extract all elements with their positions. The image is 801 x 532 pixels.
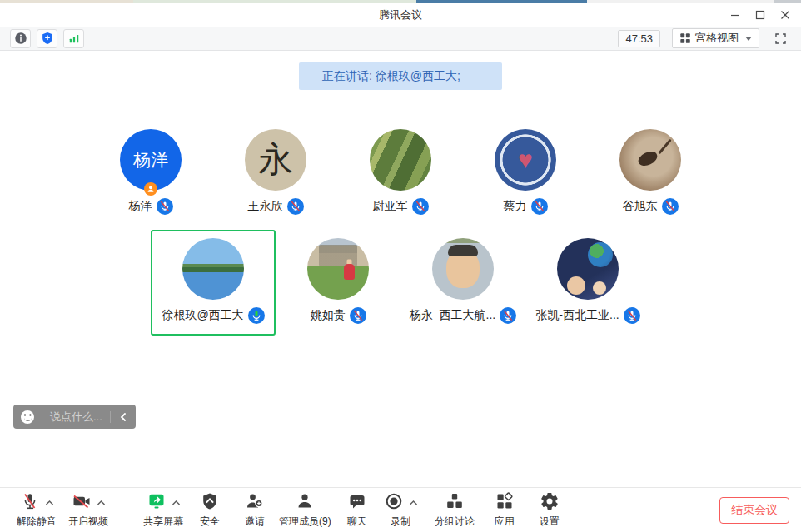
mic-muted-icon	[157, 198, 173, 215]
participant-tile-active-speaker[interactable]: 徐根玖@西工大	[151, 230, 276, 336]
fullscreen-button[interactable]	[769, 28, 791, 48]
emoji-icon[interactable]	[21, 410, 34, 424]
tool-invite[interactable]: 邀请	[240, 490, 270, 531]
participant-name: 徐根玖@西工大	[162, 308, 243, 323]
camera-off-icon	[72, 491, 92, 515]
chevron-up-icon[interactable]	[409, 500, 418, 506]
settings-gear-icon	[540, 491, 560, 515]
meeting-info-button[interactable]	[10, 29, 31, 48]
window-title: 腾讯会议	[379, 7, 422, 22]
meeting-stage: 正在讲话: 徐根玖@西工大; 杨洋杨洋永王永欣尉亚军蔡力谷旭东徐根玖@西工大姚如…	[0, 51, 801, 487]
mic-muted-icon	[287, 198, 304, 215]
mic-muted-icon	[350, 307, 366, 324]
mic-muted-icon	[624, 307, 640, 324]
tool-label: 分组讨论	[435, 515, 475, 529]
participant-avatar: 永	[245, 129, 306, 191]
participant-avatar	[370, 129, 431, 191]
tool-label: 解除静音	[17, 515, 57, 529]
tool-label: 聊天	[347, 515, 367, 529]
bottom-toolbar: 解除静音开启视频共享屏幕安全邀请管理成员(9)聊天录制分组讨论应用设置 结束会议	[0, 487, 801, 532]
participant-name: 尉亚军	[373, 199, 408, 214]
participant-tile[interactable]: 永王永欣	[213, 121, 338, 226]
network-signal-icon	[67, 31, 82, 46]
tool-unmute[interactable]: 解除静音	[12, 490, 62, 531]
tool-apps[interactable]: 应用	[490, 490, 520, 531]
close-icon	[779, 9, 791, 21]
quick-chat-bar[interactable]: 说点什么...	[13, 405, 136, 429]
participant-tile[interactable]: 杨洋杨洋	[88, 121, 213, 226]
meeting-timer: 47:53	[618, 30, 660, 47]
mic-muted-icon	[662, 198, 679, 215]
tool-security[interactable]: 安全	[195, 490, 225, 531]
mic-muted-icon	[531, 198, 548, 215]
mic-muted-icon	[500, 307, 516, 324]
network-status-button[interactable]	[63, 29, 84, 48]
tool-manage-members[interactable]: 管理成员(9)	[274, 490, 336, 531]
maximize-icon	[754, 9, 766, 21]
participant-tile[interactable]: 尉亚军	[338, 121, 463, 226]
maximize-button[interactable]	[748, 3, 773, 27]
tool-label: 设置	[540, 515, 560, 529]
info-icon	[13, 31, 28, 46]
chat-bubble-icon	[347, 491, 367, 515]
invite-person-icon	[245, 491, 265, 515]
participant-name: 姚如贵	[311, 308, 346, 323]
close-button[interactable]	[773, 3, 798, 27]
security-shield-icon	[200, 491, 220, 515]
participant-row: 徐根玖@西工大姚如贵杨永_西工大航...张凯-西北工业...	[0, 230, 801, 336]
tool-record[interactable]: 录制	[379, 490, 423, 531]
end-meeting-button[interactable]: 结束会议	[719, 497, 789, 524]
mic-on-icon	[248, 307, 265, 324]
participant-tile[interactable]: 杨永_西工大航...	[400, 230, 525, 336]
participant-name: 张凯-西北工业...	[535, 308, 619, 323]
avatar-text: 永	[258, 137, 293, 183]
participant-avatar	[182, 238, 244, 300]
tool-label: 管理成员(9)	[279, 515, 331, 529]
participant-tile[interactable]: 谷旭东	[588, 121, 713, 226]
chat-input-placeholder[interactable]: 说点什么...	[50, 410, 102, 425]
members-icon	[295, 491, 315, 515]
participant-grid: 杨洋杨洋永王永欣尉亚军蔡力谷旭东徐根玖@西工大姚如贵杨永_西工大航...张凯-西…	[0, 121, 801, 336]
participant-tile[interactable]: 蔡力	[463, 121, 588, 226]
mic-off-icon	[20, 491, 40, 515]
participant-name: 杨永_西工大航...	[410, 308, 495, 323]
participant-row: 杨洋杨洋永王永欣尉亚军蔡力谷旭东	[0, 121, 801, 226]
participant-name: 杨洋	[129, 199, 152, 214]
record-icon	[384, 491, 404, 515]
chevron-up-icon[interactable]	[45, 500, 54, 506]
participant-avatar	[557, 238, 619, 300]
breakout-rooms-icon	[445, 491, 465, 515]
tool-label: 开启视频	[68, 515, 108, 529]
chevron-up-icon[interactable]	[97, 500, 106, 506]
tool-label: 安全	[200, 515, 220, 529]
participant-tile[interactable]: 姚如贵	[276, 230, 400, 336]
tool-settings[interactable]: 设置	[535, 490, 565, 531]
apps-grid-icon	[495, 491, 515, 515]
participant-name: 蔡力	[504, 199, 527, 214]
participant-avatar	[307, 238, 369, 300]
tool-breakout[interactable]: 分组讨论	[430, 490, 480, 531]
fullscreen-icon	[774, 32, 788, 46]
chevron-up-icon[interactable]	[172, 500, 181, 506]
tool-start-video[interactable]: 开启视频	[63, 490, 113, 531]
collapse-left-icon[interactable]	[118, 411, 128, 423]
meeting-protect-button[interactable]	[37, 29, 57, 48]
tool-label: 应用	[495, 515, 515, 529]
participant-avatar	[432, 238, 494, 300]
layout-view-dropdown[interactable]: 宫格视图	[672, 28, 759, 48]
participant-tile[interactable]: 张凯-西北工业...	[525, 230, 650, 336]
host-badge-icon	[144, 180, 157, 193]
tool-label: 邀请	[245, 515, 265, 529]
minimize-button[interactable]	[723, 3, 748, 27]
chevron-down-icon	[745, 37, 752, 41]
grid-view-icon	[679, 32, 691, 44]
meeting-top-toolbar: 47:53 宫格视图	[0, 27, 801, 51]
tool-label: 录制	[391, 515, 410, 529]
tool-share-screen[interactable]: 共享屏幕	[138, 490, 188, 531]
participant-name: 王永欣	[248, 199, 283, 214]
tool-chat[interactable]: 聊天	[342, 490, 372, 531]
title-bar: 腾讯会议	[0, 3, 801, 27]
tool-label: 共享屏幕	[143, 515, 183, 529]
shield-plus-icon	[40, 31, 55, 46]
view-mode-label: 宫格视图	[695, 31, 739, 46]
